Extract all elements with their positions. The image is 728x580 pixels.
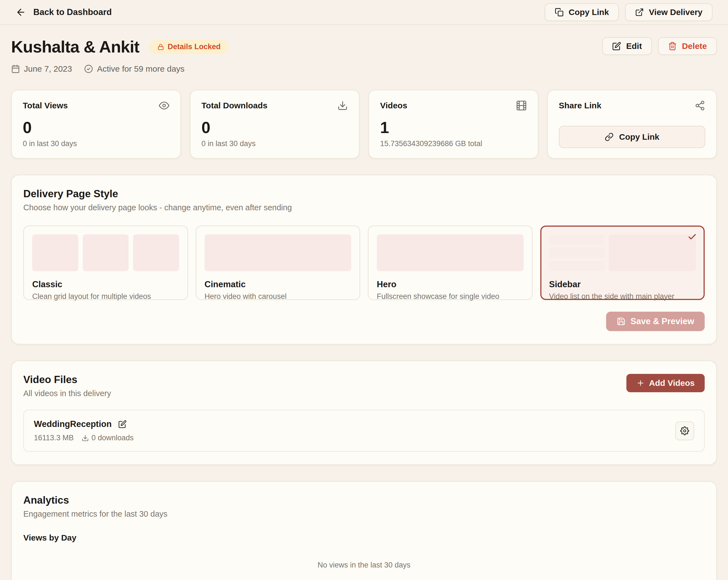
- edit-button[interactable]: Edit: [602, 37, 652, 55]
- video-file-row: WeddingReception 16113.3 MB 0 downloads: [23, 410, 705, 452]
- classic-description: Clean grid layout for multiple videos: [32, 292, 179, 301]
- share-link-title: Share Link: [559, 101, 601, 110]
- save-preview-button[interactable]: Save & Preview: [606, 312, 705, 331]
- back-label: Back to Dashboard: [33, 7, 112, 17]
- download-icon: [82, 434, 89, 442]
- topbar-actions: Copy Link View Delivery: [545, 3, 712, 21]
- save-icon: [617, 317, 626, 326]
- videos-title: Videos: [380, 101, 407, 110]
- details-locked-badge: Details Locked: [149, 40, 229, 54]
- analytics-subtitle: Engagement metrics for the last 30 days: [23, 509, 705, 519]
- delivery-date: June 7, 2023: [11, 64, 72, 74]
- classic-name: Classic: [32, 279, 179, 289]
- sidebar-thumbnail: [549, 234, 696, 271]
- eye-icon: [159, 100, 170, 111]
- share-copy-link-button[interactable]: Copy Link: [559, 126, 705, 148]
- cinematic-description: Hero video with carousel: [205, 292, 352, 301]
- delivery-header: Kushalta & Ankit Details Locked June 7, …: [11, 37, 717, 74]
- main-content: Kushalta & Ankit Details Locked June 7, …: [0, 25, 728, 580]
- analytics-section: Analytics Engagement metrics for the las…: [11, 481, 717, 580]
- style-option-classic[interactable]: Classic Clean grid layout for multiple v…: [23, 226, 188, 300]
- file-settings-button[interactable]: [675, 421, 694, 440]
- delete-label: Delete: [682, 42, 707, 51]
- topbar: Back to Dashboard Copy Link View Deliver…: [0, 0, 728, 25]
- video-files-title: Video Files: [23, 374, 111, 385]
- total-downloads-sub: 0 in last 30 days: [202, 140, 348, 148]
- copy-link-label: Copy Link: [569, 7, 609, 17]
- file-downloads: 0 downloads: [82, 434, 134, 442]
- stats-row: Total Views 0 0 in last 30 days Total Do…: [11, 90, 717, 159]
- file-name: WeddingReception: [34, 419, 112, 429]
- total-downloads-title: Total Downloads: [202, 101, 268, 110]
- delivery-page-style-section: Delivery Page Style Choose how your deli…: [11, 175, 717, 345]
- link-icon: [605, 132, 614, 142]
- view-delivery-label: View Delivery: [649, 7, 702, 17]
- hero-description: Fullscreen showcase for single video: [377, 292, 524, 301]
- date-label: June 7, 2023: [24, 64, 72, 74]
- check-circle-icon: [84, 65, 93, 73]
- total-views-title: Total Views: [23, 101, 68, 110]
- download-icon: [337, 100, 348, 111]
- style-options-row: Classic Clean grid layout for multiple v…: [23, 226, 705, 300]
- save-preview-label: Save & Preview: [630, 317, 694, 326]
- total-downloads-value: 0: [202, 118, 348, 137]
- trash-icon: [668, 42, 677, 51]
- lock-icon: [157, 43, 164, 51]
- active-status: Active for 59 more days: [84, 64, 184, 74]
- views-empty-message: No views in the last 30 days: [23, 543, 705, 580]
- delete-button[interactable]: Delete: [658, 37, 717, 55]
- copy-icon: [555, 8, 564, 17]
- video-files-subtitle: All videos in this delivery: [23, 389, 111, 398]
- videos-card: Videos 1 15.735634309239686 GB total: [368, 90, 538, 159]
- sidebar-description: Video list on the side with main player: [549, 292, 696, 301]
- selected-check-icon: [687, 232, 697, 242]
- style-section-subtitle: Choose how your delivery page looks - ch…: [23, 203, 705, 212]
- videos-sub: 15.735634309239686 GB total: [380, 140, 527, 148]
- arrow-left-icon: [16, 7, 26, 18]
- cinematic-name: Cinematic: [205, 279, 352, 289]
- analytics-title: Analytics: [23, 495, 705, 506]
- view-delivery-button[interactable]: View Delivery: [625, 3, 712, 21]
- hero-name: Hero: [377, 279, 524, 289]
- share-copy-link-label: Copy Link: [619, 132, 659, 142]
- film-icon: [516, 100, 527, 111]
- style-option-sidebar-selected[interactable]: Sidebar Video list on the side with main…: [540, 226, 705, 300]
- classic-thumbnail: [32, 234, 179, 271]
- sidebar-name: Sidebar: [549, 279, 696, 289]
- video-files-section: Video Files All videos in this delivery …: [11, 360, 717, 465]
- edit-icon: [118, 420, 127, 428]
- copy-link-button[interactable]: Copy Link: [545, 3, 619, 21]
- external-link-icon: [635, 8, 644, 17]
- rename-file-button[interactable]: [118, 420, 127, 428]
- add-videos-label: Add Videos: [649, 378, 695, 388]
- back-to-dashboard-button[interactable]: Back to Dashboard: [16, 7, 112, 18]
- edit-label: Edit: [626, 42, 642, 51]
- file-downloads-label: 0 downloads: [92, 434, 134, 442]
- page-title: Kushalta & Ankit: [11, 37, 139, 56]
- views-by-day-title: Views by Day: [23, 533, 705, 543]
- style-option-hero[interactable]: Hero Fullscreen showcase for single vide…: [368, 226, 532, 300]
- style-option-cinematic[interactable]: Cinematic Hero video with carousel: [196, 226, 360, 300]
- style-section-title: Delivery Page Style: [23, 188, 705, 200]
- active-status-label: Active for 59 more days: [97, 64, 184, 74]
- cinematic-thumbnail: [205, 234, 352, 271]
- total-downloads-card: Total Downloads 0 0 in last 30 days: [190, 90, 360, 159]
- share-icon: [695, 100, 705, 111]
- hero-thumbnail: [377, 234, 524, 271]
- gear-icon: [680, 426, 689, 435]
- edit-icon: [612, 42, 621, 51]
- total-views-sub: 0 in last 30 days: [23, 140, 170, 148]
- calendar-icon: [11, 65, 20, 73]
- total-views-value: 0: [23, 118, 170, 137]
- badge-label: Details Locked: [168, 43, 221, 51]
- plus-icon: [636, 379, 645, 387]
- file-size: 16113.3 MB: [34, 434, 74, 442]
- total-views-card: Total Views 0 0 in last 30 days: [11, 90, 181, 159]
- add-videos-button[interactable]: Add Videos: [626, 374, 705, 392]
- videos-value: 1: [380, 118, 527, 137]
- share-link-card: Share Link Copy Link: [547, 90, 717, 159]
